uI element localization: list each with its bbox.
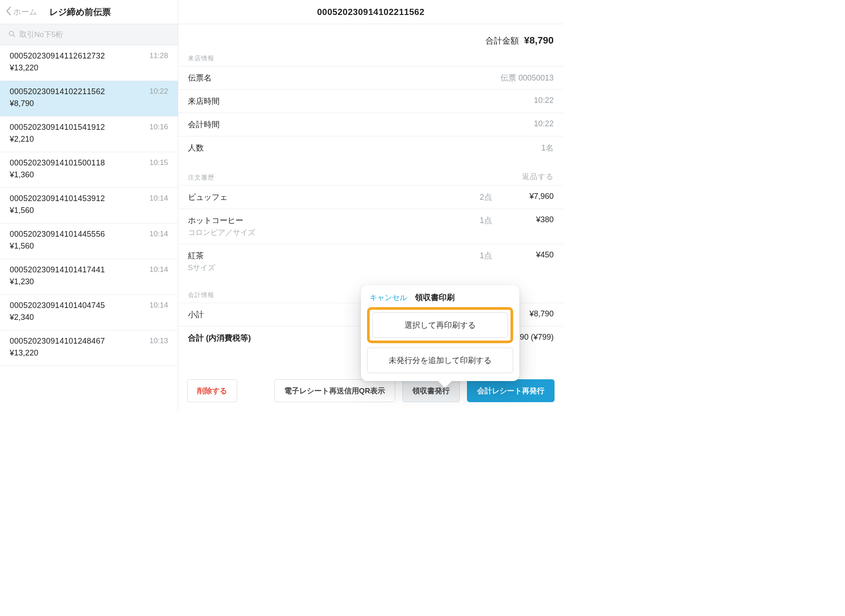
order-qty: 2点 [435,192,492,202]
slip-item[interactable]: 00052023091410124846710:13¥13,220 [0,330,178,366]
receipt-popover: キャンセル 領収書印刷 選択して再印刷する 未発行分を追加して印刷する [361,285,519,381]
order-qty: 1点 [435,250,492,261]
sidebar-header: ホーム レジ締め前伝票 [0,0,178,24]
back-button[interactable]: ホーム [5,6,37,18]
row-checkout-time: 会計時間 10:22 [178,113,563,136]
checkout-time-value: 10:22 [534,119,554,128]
order-row: ホットコーヒーコロンビア／サイズ1点¥380 [178,209,563,244]
slip-item-amount: ¥1,560 [10,206,149,215]
qr-button[interactable]: 電子レシート再送信用QR表示 [274,379,396,402]
total-amount: ¥8,790 [524,35,554,46]
slip-item-amount: ¥2,210 [10,135,149,144]
popover-head: キャンセル 領収書印刷 [367,291,513,307]
slip-item-amount: ¥1,230 [10,277,149,286]
popover-add-unissued-button[interactable]: 未発行分を追加して印刷する [367,348,513,373]
visit-section-head: 来店情報 [178,55,563,66]
slip-item[interactable]: 00052023091411261273211:28¥13,220 [0,45,178,81]
order-name: ホットコーヒーコロンビア／サイズ [188,215,435,238]
total-tax-label: 合計 (内消費税等) [188,333,251,343]
visit-time-value: 10:22 [534,96,554,105]
order-section-label: 注文履歴 [188,174,214,182]
sidebar: ホーム レジ締め前伝票 00052023091411261273211:28¥1… [0,0,178,411]
slip-item-no: 000520230914101417441 [10,265,149,275]
receipt-button[interactable]: 領収書発行 [402,379,460,402]
popover-title: 領収書印刷 [415,292,455,303]
slip-item[interactable]: 00052023091410221156210:22¥8,790 [0,81,178,117]
slip-item-time: 10:22 [149,87,168,96]
order-return-button[interactable]: 返品する [522,172,554,182]
slip-item-no: 000520230914101404745 [10,301,149,310]
slip-item-time: 11:28 [149,51,168,60]
slip-item-time: 10:16 [149,123,168,132]
row-guests: 人数 1名 [178,136,563,159]
sidebar-title: レジ締め前伝票 [49,6,111,18]
order-name: 紅茶Sサイズ [188,250,435,273]
slip-item-amount: ¥1,360 [10,170,149,180]
main-header: 000520230914102211562 [178,0,563,24]
slip-item-amount: ¥13,220 [10,348,149,358]
slip-item-no: 000520230914112612732 [10,51,149,61]
slip-id-title: 000520230914102211562 [317,7,424,17]
slip-name-label: 伝票名 [188,73,212,83]
slip-item-no: 000520230914101453912 [10,194,149,203]
slip-list[interactable]: 00052023091411261273211:28¥13,2200005202… [0,45,178,411]
checkout-time-label: 会計時間 [188,119,220,130]
total-label: 合計金額 [485,36,519,45]
guests-value: 1名 [541,143,554,153]
order-sub: Sサイズ [188,263,435,273]
slip-item-amount: ¥1,560 [10,242,149,251]
reprint-button[interactable]: 会計レシート再発行 [467,379,555,402]
slip-item-amount: ¥2,340 [10,313,149,322]
total-tax-value: 90 (¥799) [520,333,554,342]
order-row: 紅茶Sサイズ1点¥450 [178,244,563,279]
total-bar: 合計金額 ¥8,790 [178,24,563,55]
slip-item[interactable]: 00052023091410140474510:14¥2,340 [0,295,178,330]
delete-button[interactable]: 削除する [187,379,237,402]
slip-item-time: 10:14 [149,230,168,238]
order-qty: 1点 [435,215,492,226]
slip-item-time: 10:14 [149,265,168,274]
slip-item-time: 10:14 [149,194,168,203]
visit-section-label: 来店情報 [188,55,214,62]
order-price: ¥450 [492,250,554,260]
slip-item-no: 000520230914102211562 [10,87,149,96]
order-row: ビュッフェ2点¥7,960 [178,185,563,209]
search-icon [8,30,16,40]
slip-item-time: 10:14 [149,301,168,310]
slip-item[interactable]: 00052023091410150011810:15¥1,360 [0,152,178,188]
popover-highlight: 選択して再印刷する [367,307,513,343]
search-input[interactable] [19,30,170,39]
slip-name-value: 伝票 00050013 [500,73,554,83]
order-list: ビュッフェ2点¥7,960ホットコーヒーコロンビア／サイズ1点¥380紅茶Sサイ… [178,185,563,279]
total-tax-paren: (¥799) [531,333,554,341]
back-label: ホーム [13,7,37,17]
slip-item-no: 000520230914101445556 [10,230,149,239]
order-section-head: 注文履歴 返品する [178,159,563,185]
slip-item[interactable]: 00052023091410144555610:14¥1,560 [0,224,178,259]
svg-line-1 [13,35,15,37]
slip-item-no: 000520230914101500118 [10,158,149,168]
slip-item-no: 000520230914101541912 [10,123,149,132]
total-tax-amount: 90 [520,333,529,341]
slip-item-amount: ¥8,790 [10,99,149,108]
order-sub: コロンビア／サイズ [188,227,435,238]
slip-item-time: 10:13 [149,337,168,345]
slip-item[interactable]: 00052023091410145391210:14¥1,560 [0,188,178,224]
slip-item-no: 000520230914101248467 [10,337,149,346]
slip-item[interactable]: 00052023091410154191210:16¥2,210 [0,117,178,152]
slip-item[interactable]: 00052023091410141744110:14¥1,230 [0,259,178,295]
guests-label: 人数 [188,143,204,153]
chevron-left-icon [5,6,11,18]
popover-cancel-button[interactable]: キャンセル [370,293,407,303]
slip-item-amount: ¥13,220 [10,63,149,73]
search-bar[interactable] [0,24,178,45]
subtotal-label: 小計 [188,309,204,320]
pay-section-label: 会計情報 [188,291,214,299]
visit-time-label: 来店時間 [188,96,220,106]
row-slip-name: 伝票名 伝票 00050013 [178,66,563,89]
order-price: ¥7,960 [492,192,554,201]
order-price: ¥380 [492,215,554,224]
slip-item-time: 10:15 [149,158,168,167]
popover-select-reprint-button[interactable]: 選択して再印刷する [372,312,508,338]
subtotal-value: ¥8,790 [529,309,554,319]
